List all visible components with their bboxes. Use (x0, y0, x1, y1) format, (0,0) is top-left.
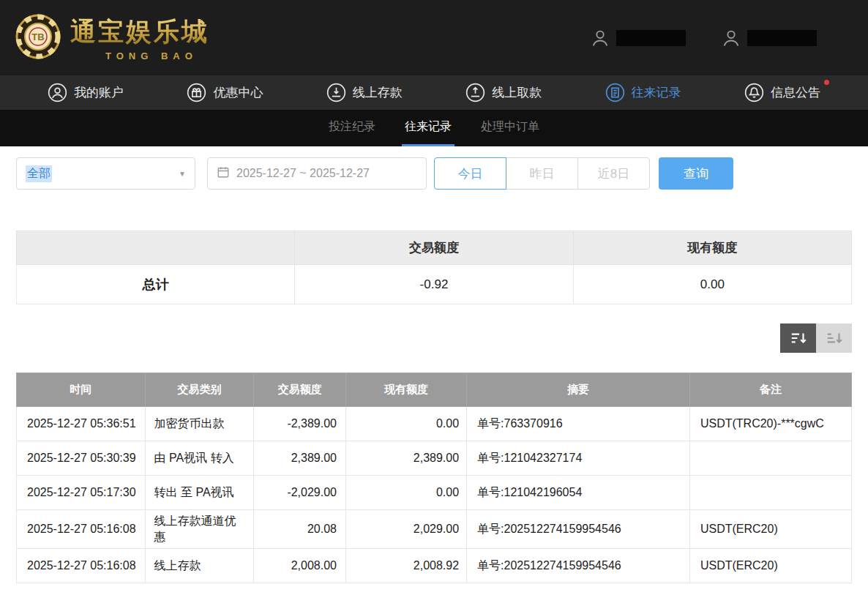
cell-type: 转出 至 PA视讯 (145, 476, 254, 510)
redacted-info-2 (721, 28, 817, 48)
brand-logo: TB 通宝娱乐城 TONG BAO (15, 13, 209, 63)
gift-icon (187, 83, 206, 102)
yesterday-button[interactable]: 昨日 (506, 157, 578, 190)
total-current-balance: 0.00 (573, 265, 851, 304)
cell-summary: 单号:121042196054 (467, 476, 690, 510)
calendar-icon (217, 165, 230, 182)
summary-total-row: 总计 -0.92 0.00 (17, 265, 852, 304)
cell-remark: USDT(TRC20)-***cgwC (689, 407, 851, 441)
col-header-balance: 现有额度 (345, 373, 466, 407)
cell-remark: USDT(ERC20) (689, 549, 851, 583)
total-transaction-amount: -0.92 (295, 265, 573, 304)
redacted-text-bar (616, 30, 686, 46)
nav-item-withdraw[interactable]: 线上取款 (465, 83, 542, 102)
today-button[interactable]: 今日 (434, 157, 506, 190)
nav-item-records[interactable]: 往来记录 (605, 83, 681, 102)
nav-item-deposit[interactable]: 线上存款 (326, 83, 403, 102)
cell-remark: USDT(ERC20) (689, 510, 851, 549)
redacted-text-bar (747, 30, 817, 46)
total-label: 总计 (17, 265, 295, 304)
filter-bar: 全部 ▼ 2025-12-27 ~ 2025-12-27 今日 昨日 近8日 查… (16, 157, 852, 190)
query-button[interactable]: 查询 (659, 157, 733, 190)
transactions-table: 时间 交易类别 交易额度 现有额度 摘要 备注 2025-12-27 05:36… (16, 373, 852, 583)
cell-summary: 单号:121042327174 (467, 441, 690, 476)
cell-amount: 2,389.00 (254, 441, 346, 476)
cell-summary: 单号:202512274159954546 (467, 549, 690, 583)
withdraw-icon (465, 83, 485, 102)
brand-title: 通宝娱乐城 (70, 15, 209, 49)
cell-time: 2025-12-27 05:36:51 (17, 407, 146, 441)
cell-type: 线上存款通道优惠 (145, 510, 254, 549)
cell-time: 2025-12-27 05:17:30 (17, 476, 146, 510)
wallet-icon (721, 28, 741, 48)
nav-label: 线上取款 (492, 84, 542, 101)
chevron-down-icon: ▼ (179, 170, 186, 178)
cell-balance: 0.00 (345, 476, 466, 510)
cell-time: 2025-12-27 05:16:08 (17, 549, 146, 583)
cell-time: 2025-12-27 05:16:08 (17, 510, 146, 549)
records-icon (605, 83, 625, 102)
table-row: 2025-12-27 05:36:51 加密货币出款 -2,389.00 0.0… (17, 407, 852, 441)
cell-remark (689, 441, 851, 476)
cell-amount: -2,029.00 (254, 476, 346, 510)
type-select-value: 全部 (26, 165, 52, 182)
cell-type: 线上存款 (145, 549, 254, 583)
header-user-area (590, 28, 853, 48)
user-icon (590, 28, 610, 48)
cell-amount: -2,389.00 (254, 407, 346, 441)
nav-label: 我的账户 (74, 84, 124, 101)
tab-pending-orders[interactable]: 处理中订单 (478, 110, 542, 146)
cell-type: 加密货币出款 (145, 407, 254, 441)
cell-time: 2025-12-27 05:30:39 (17, 441, 146, 476)
cell-balance: 2,389.00 (345, 441, 466, 476)
table-row: 2025-12-27 05:17:30 转出 至 PA视讯 -2,029.00 … (17, 476, 852, 510)
cell-balance: 0.00 (345, 407, 466, 441)
nav-item-announcements[interactable]: 信息公告 (744, 83, 820, 102)
cell-summary: 单号:202512274159954546 (467, 510, 690, 549)
record-tabs: 投注纪录 往来记录 处理中订单 (0, 110, 868, 146)
redacted-info-1 (590, 28, 686, 48)
nav-item-my-account[interactable]: 我的账户 (48, 83, 124, 102)
cell-summary: 单号:763370916 (467, 407, 690, 441)
main-nav: 我的账户 优惠中心 线上存款 线上取款 (0, 75, 868, 110)
nav-label: 线上存款 (353, 84, 403, 101)
summary-empty-header (17, 231, 295, 265)
table-row: 2025-12-27 05:30:39 由 PA视讯 转入 2,389.00 2… (17, 441, 852, 476)
summary-table: 交易额度 现有额度 总计 -0.92 0.00 (16, 231, 852, 304)
bell-icon (744, 83, 764, 102)
col-header-time: 时间 (17, 373, 146, 407)
tab-betting-records[interactable]: 投注纪录 (326, 110, 378, 146)
table-header-row: 时间 交易类别 交易额度 现有额度 摘要 备注 (17, 373, 852, 407)
col-header-amount: 交易额度 (254, 373, 346, 407)
cell-balance: 2,029.00 (345, 510, 466, 549)
summary-balance-header: 现有额度 (573, 231, 851, 265)
sort-ascending-button[interactable] (816, 323, 852, 353)
table-row: 2025-12-27 05:16:08 线上存款 2,008.00 2,008.… (17, 549, 852, 583)
col-header-remark: 备注 (689, 373, 851, 407)
type-select[interactable]: 全部 ▼ (16, 157, 195, 190)
last-8-days-button[interactable]: 近8日 (577, 157, 650, 190)
date-range-input[interactable]: 2025-12-27 ~ 2025-12-27 (207, 157, 427, 190)
account-icon (48, 83, 67, 102)
cell-amount: 2,008.00 (254, 549, 346, 583)
cell-type: 由 PA视讯 转入 (145, 441, 254, 476)
table-row: 2025-12-27 05:16:08 线上存款通道优惠 20.08 2,029… (17, 510, 852, 549)
cell-balance: 2,008.92 (345, 549, 466, 583)
deposit-icon (326, 83, 346, 102)
nav-label: 优惠中心 (213, 84, 263, 101)
sort-controls (16, 323, 852, 353)
top-header: TB 通宝娱乐城 TONG BAO (0, 0, 868, 75)
sort-descending-button[interactable] (780, 323, 816, 353)
date-range-value: 2025-12-27 ~ 2025-12-27 (236, 167, 370, 180)
tab-transaction-records[interactable]: 往来记录 (402, 110, 454, 146)
notification-dot (824, 80, 829, 85)
cell-remark (689, 476, 851, 510)
nav-item-promotions[interactable]: 优惠中心 (187, 83, 263, 102)
col-header-summary: 摘要 (467, 373, 690, 407)
cell-amount: 20.08 (254, 510, 346, 549)
summary-amount-header: 交易额度 (295, 231, 573, 265)
brand-subtitle: TONG BAO (70, 50, 209, 61)
nav-label: 往来记录 (632, 84, 681, 101)
nav-label: 信息公告 (771, 84, 820, 101)
col-header-type: 交易类别 (145, 373, 254, 407)
